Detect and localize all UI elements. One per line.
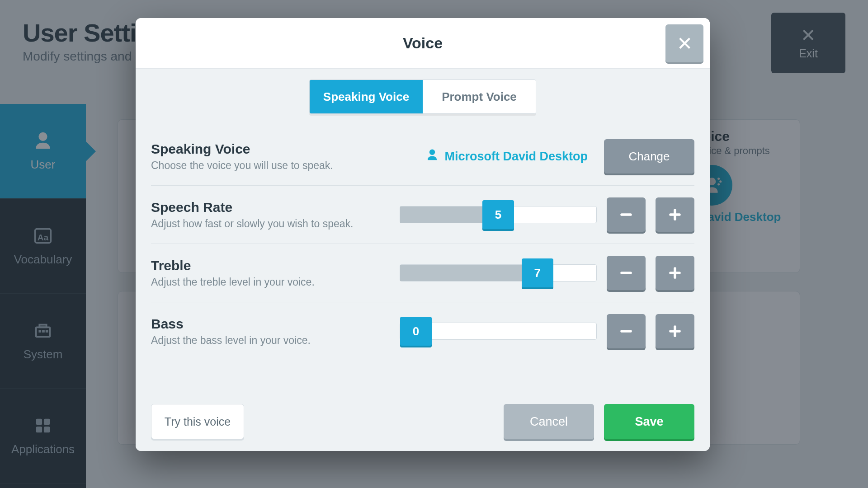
bass-decrease-button[interactable] [607, 314, 646, 348]
row-treble: Treble Adjust the treble level in your v… [151, 244, 694, 302]
row-desc: Adjust the bass level in your voice. [151, 334, 391, 347]
modal-title: Voice [403, 34, 443, 52]
save-button[interactable]: Save [604, 404, 694, 439]
modal-header: Voice ✕ [136, 18, 710, 69]
plus-icon [667, 207, 683, 222]
change-voice-button[interactable]: Change [604, 139, 694, 174]
try-voice-button[interactable]: Try this voice [151, 404, 244, 439]
row-desc: Adjust the treble level in your voice. [151, 276, 391, 288]
speech-rate-decrease-button[interactable] [607, 197, 646, 232]
row-speech-rate: Speech Rate Adjust how fast or slowly yo… [151, 186, 694, 244]
row-heading: Treble [151, 258, 391, 273]
modal-body: Speaking Voice Prompt Voice Speaking Voi… [136, 69, 710, 392]
bass-slider[interactable]: 0 [400, 323, 597, 340]
row-heading: Bass [151, 316, 391, 332]
voice-modal: Voice ✕ Speaking Voice Prompt Voice Spea… [136, 18, 710, 451]
close-icon: ✕ [677, 33, 693, 55]
plus-icon [667, 265, 683, 281]
cancel-button[interactable]: Cancel [504, 404, 594, 439]
row-desc: Adjust how fast or slowly you wish to sp… [151, 218, 391, 230]
treble-decrease-button[interactable] [607, 256, 646, 290]
speech-rate-slider[interactable]: 5 [400, 206, 597, 223]
treble-increase-button[interactable] [656, 256, 694, 290]
treble-slider[interactable]: 7 [400, 264, 597, 282]
row-speaking-voice: Speaking Voice Choose the voice you will… [151, 127, 694, 186]
modal-close-button[interactable]: ✕ [665, 24, 703, 62]
row-heading: Speaking Voice [151, 141, 391, 157]
voice-tabs: Speaking Voice Prompt Voice [309, 80, 536, 114]
minus-icon [618, 324, 634, 339]
minus-icon [618, 265, 634, 281]
slider-thumb[interactable]: 7 [522, 258, 553, 287]
speech-rate-increase-button[interactable] [656, 197, 694, 232]
row-bass: Bass Adjust the bass level in your voice… [151, 302, 694, 360]
slider-thumb[interactable]: 0 [400, 317, 432, 346]
current-voice-name: Microsoft David Desktop [444, 150, 588, 164]
tab-prompt-voice[interactable]: Prompt Voice [423, 80, 536, 113]
current-voice: Microsoft David Desktop [425, 148, 588, 165]
tab-speaking-voice[interactable]: Speaking Voice [310, 80, 423, 113]
plus-icon [667, 324, 683, 339]
row-desc: Choose the voice you will use to speak. [151, 160, 391, 172]
modal-footer: Try this voice Cancel Save [136, 392, 710, 451]
slider-thumb[interactable]: 5 [482, 200, 514, 229]
bass-increase-button[interactable] [656, 314, 694, 348]
minus-icon [618, 207, 634, 222]
row-heading: Speech Rate [151, 200, 391, 215]
user-icon [425, 148, 439, 165]
